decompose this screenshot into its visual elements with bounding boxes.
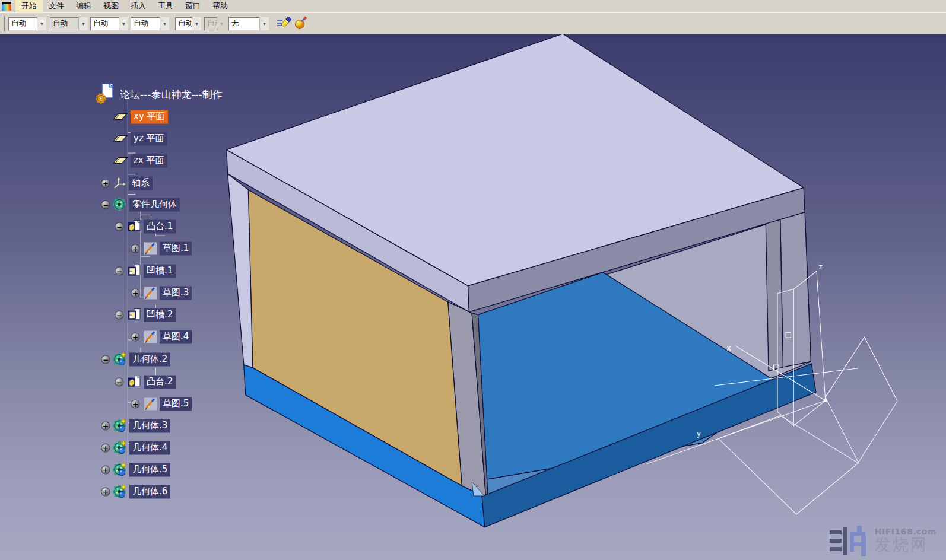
toolbar-combo-1[interactable]: 自动▾: [8, 17, 46, 30]
pad-icon: [128, 220, 141, 233]
collapse-node-pocket-1[interactable]: −: [116, 268, 123, 275]
tree-item-label-body-6[interactable]: 几何体.6: [129, 485, 170, 499]
painter-button[interactable]: [276, 15, 293, 32]
expand-node-sketch-3[interactable]: +: [132, 289, 139, 297]
menu-window[interactable]: 窗口: [179, 0, 207, 12]
menu-tools[interactable]: 工具: [152, 0, 179, 12]
tree-item-yz-plane[interactable]: yz 平面: [112, 132, 167, 146]
tree-item-label-body-4[interactable]: 几何体.4: [129, 441, 170, 455]
chevron-down-icon[interactable]: ▾: [192, 17, 201, 30]
tree-item-label-pad-2[interactable]: 凸台.2: [144, 376, 176, 389]
tree-item-body-5[interactable]: 几何体.5: [112, 463, 170, 478]
toolbar-combo-7[interactable]: 无▾: [228, 17, 269, 30]
menu-edit[interactable]: 编辑: [70, 0, 97, 12]
plane-icon: [112, 112, 128, 122]
tree-item-label-body-5[interactable]: 几何体.5: [129, 463, 170, 477]
tree-item-body-3[interactable]: 几何体.3: [112, 419, 170, 434]
toolbar-combo-4[interactable]: 自动▾: [131, 17, 169, 30]
expand-node-body-6[interactable]: +: [102, 488, 110, 496]
tree-item-body-2[interactable]: 几何体.2: [112, 352, 170, 367]
chevron-down-icon[interactable]: ▾: [78, 17, 88, 30]
expand-node-axis-system[interactable]: +: [102, 180, 110, 187]
tree-item-body-6[interactable]: 几何体.6: [112, 485, 170, 499]
expand-node-sketch-1[interactable]: +: [132, 245, 139, 253]
tree-item-label-sketch-4[interactable]: 草图.4: [160, 330, 192, 344]
tree-item-label-sketch-3[interactable]: 草图.3: [160, 287, 192, 300]
tree-item-label-sketch-5[interactable]: 草图.5: [160, 397, 192, 411]
tree-item-pad-2[interactable]: 凸台.2: [128, 376, 176, 389]
tree-item-label-pocket-2[interactable]: 凹槽.2: [144, 308, 176, 322]
toolbar-combo-3[interactable]: 自动▾: [90, 17, 128, 30]
menu-start[interactable]: 开始: [15, 0, 43, 12]
tree-item-part-body[interactable]: 零件几何体: [112, 198, 180, 212]
body-icon: [112, 441, 127, 456]
combo-1-value: 自动: [11, 18, 37, 28]
right-corner-post[interactable]: [766, 219, 783, 371]
tree-item-label-sketch-1[interactable]: 草图.1: [160, 242, 192, 256]
partbody-icon: [112, 198, 127, 212]
right-sliver-face[interactable]: [780, 212, 811, 367]
tree-item-pocket-1[interactable]: 凹槽.1: [128, 265, 176, 278]
menu-view[interactable]: 视图: [97, 0, 125, 12]
chevron-down-icon[interactable]: ▾: [119, 17, 128, 30]
body-icon: [112, 352, 127, 367]
expand-node-body-4[interactable]: +: [102, 444, 110, 452]
chevron-down-icon[interactable]: ▾: [217, 17, 226, 30]
tree-item-sketch-3[interactable]: 草图.3: [144, 287, 192, 300]
tree-item-xy-plane[interactable]: xy 平面: [112, 110, 168, 124]
tree-item-axis-system[interactable]: 轴系: [112, 177, 153, 190]
tree-item-root-part[interactable]: 论坛---泰山神龙---制作: [95, 83, 225, 107]
menu-file[interactable]: 文件: [43, 0, 70, 12]
toolbar-combo-2[interactable]: 自动▾: [50, 17, 88, 30]
expand-node-sketch-5[interactable]: +: [132, 400, 139, 408]
cabinet-model[interactable]: [227, 34, 816, 527]
tree-item-label-body-2[interactable]: 几何体.2: [129, 353, 170, 367]
wizard-icon: [294, 15, 309, 32]
expand-node-body-5[interactable]: +: [102, 466, 110, 474]
axis-label-x: x: [727, 344, 731, 352]
plane-1-wire: [826, 337, 897, 462]
tree-root-label[interactable]: 论坛---泰山神龙---制作: [118, 88, 225, 103]
tree-item-sketch-1[interactable]: 草图.1: [144, 242, 192, 256]
pocket-icon: [128, 308, 141, 322]
tree-item-zx-plane[interactable]: zx 平面: [112, 154, 167, 168]
expand-node-sketch-4[interactable]: +: [132, 333, 139, 341]
collapse-node-body-2[interactable]: −: [102, 356, 110, 364]
tree-item-pad-1[interactable]: 凸台.1: [128, 220, 176, 234]
menu-bar: 开始文件编辑视图插入工具窗口帮助: [0, 0, 946, 12]
collapse-node-pad-1[interactable]: −: [116, 223, 123, 231]
body-icon: [112, 419, 127, 434]
toolbar-combos: 自动▾自动▾自动▾自动▾自动▾自动▾无▾: [8, 17, 274, 30]
wizard-button[interactable]: [293, 15, 309, 32]
tree-item-label-body-3[interactable]: 几何体.3: [129, 419, 170, 433]
collapse-node-pad-2[interactable]: −: [116, 378, 123, 386]
3d-viewport[interactable]: z x y 论坛---泰山神龙---制作xy 平面yz 平面zx 平面轴系+零件…: [0, 34, 946, 560]
toolbar-grip[interactable]: [2, 16, 5, 31]
tree-item-label-pad-1[interactable]: 凸台.1: [144, 220, 176, 234]
app-icon[interactable]: [2, 2, 11, 11]
chevron-down-icon[interactable]: ▾: [160, 17, 169, 30]
menu-help[interactable]: 帮助: [207, 0, 234, 12]
toolbar-buttons: [276, 15, 309, 32]
tree-item-label-part-body[interactable]: 零件几何体: [129, 198, 180, 212]
tree-item-sketch-4[interactable]: 草图.4: [144, 330, 192, 344]
expand-node-body-3[interactable]: +: [102, 422, 110, 430]
tree-item-sketch-5[interactable]: 草图.5: [144, 397, 192, 411]
toolbar: 自动▾自动▾自动▾自动▾自动▾自动▾无▾: [0, 12, 946, 34]
left-edge-strip-face[interactable]: [228, 174, 253, 368]
tree-item-label-axis-system[interactable]: 轴系: [129, 177, 153, 190]
chevron-down-icon[interactable]: ▾: [37, 17, 46, 30]
tree-item-body-4[interactable]: 几何体.4: [112, 441, 170, 456]
collapse-node-pocket-2[interactable]: −: [116, 311, 123, 319]
chevron-down-icon[interactable]: ▾: [259, 17, 269, 30]
menu-insert[interactable]: 插入: [125, 0, 152, 12]
tree-item-label-pocket-1[interactable]: 凹槽.1: [144, 265, 176, 278]
combo-5-value: 自动: [178, 18, 192, 28]
tree-item-pocket-2[interactable]: 凹槽.2: [128, 308, 176, 322]
tree-item-label-zx-plane[interactable]: zx 平面: [131, 154, 167, 168]
plane-2-wire: [718, 416, 858, 514]
toolbar-combo-5[interactable]: 自动▾: [175, 17, 201, 30]
collapse-node-part-body[interactable]: −: [102, 201, 110, 209]
tree-item-label-xy-plane[interactable]: xy 平面: [131, 110, 168, 124]
tree-item-label-yz-plane[interactable]: yz 平面: [131, 132, 167, 146]
